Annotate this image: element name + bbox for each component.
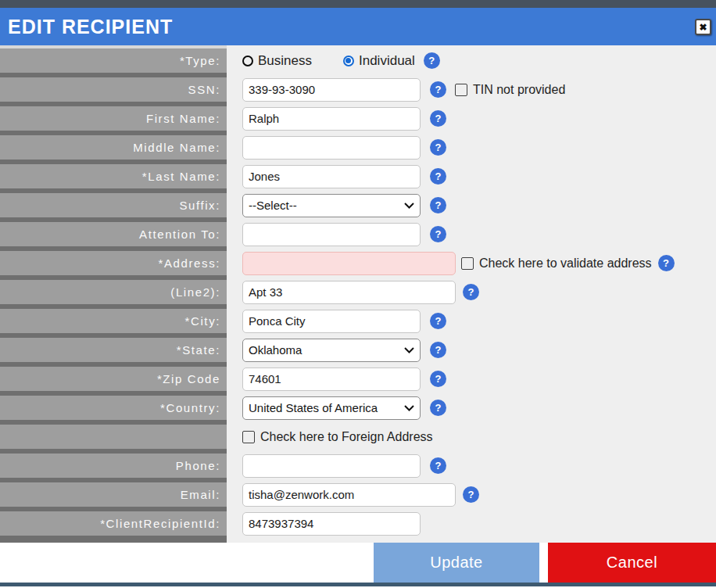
question-mark-icon: ? bbox=[428, 55, 435, 66]
middle-name-input[interactable] bbox=[242, 136, 421, 160]
help-icon[interactable]: ? bbox=[430, 457, 446, 474]
business-radio-label: Business bbox=[258, 53, 312, 69]
help-icon[interactable]: ? bbox=[463, 284, 479, 300]
row-email: Email: ? bbox=[0, 482, 716, 507]
individual-radio[interactable] bbox=[343, 56, 354, 66]
close-button[interactable]: ✖ bbox=[695, 19, 711, 35]
field-label: (Line2): bbox=[0, 280, 227, 304]
question-mark-icon: ? bbox=[435, 402, 442, 414]
field-label: *ClientRecipientId: bbox=[0, 511, 227, 536]
window-bottom-strip bbox=[0, 583, 716, 586]
foreign-address-checkbox[interactable] bbox=[242, 431, 255, 443]
field-label: *Type: bbox=[0, 48, 227, 73]
row-suffix: Suffix: --Select-- ? bbox=[0, 193, 716, 217]
row-address: *Address: Check here to validate address… bbox=[0, 251, 716, 275]
help-icon[interactable]: ? bbox=[430, 313, 446, 329]
field-label: Email: bbox=[0, 482, 227, 507]
edit-recipient-dialog: EDIT RECIPIENT ✖ *Type: Business Individ… bbox=[0, 0, 716, 588]
individual-radio-label: Individual bbox=[359, 53, 415, 69]
line2-input[interactable] bbox=[242, 281, 456, 304]
zip-code-input[interactable] bbox=[242, 368, 421, 391]
business-radio[interactable] bbox=[242, 56, 253, 66]
row-state: *State: Oklahoma ? bbox=[0, 338, 716, 362]
field-label: *City: bbox=[0, 309, 227, 333]
dialog-header: EDIT RECIPIENT ✖ bbox=[0, 8, 716, 45]
tin-not-provided-label: TIN not provided bbox=[473, 83, 565, 97]
field-label bbox=[0, 425, 227, 449]
help-icon[interactable]: ? bbox=[430, 110, 446, 127]
help-icon[interactable]: ? bbox=[430, 81, 446, 98]
validate-address-checkbox[interactable] bbox=[461, 257, 474, 270]
phone-input[interactable] bbox=[242, 454, 421, 478]
help-icon[interactable]: ? bbox=[430, 342, 446, 358]
question-mark-icon: ? bbox=[435, 344, 442, 356]
row-country: *Country: United States of America ? bbox=[0, 396, 716, 420]
field-label: SSN: bbox=[0, 77, 227, 102]
form-body: *Type: Business Individual ? SSN: ? TIN … bbox=[0, 45, 716, 543]
help-icon[interactable]: ? bbox=[430, 226, 446, 242]
question-mark-icon: ? bbox=[435, 113, 442, 124]
question-mark-icon: ? bbox=[435, 142, 442, 153]
header-divider bbox=[0, 45, 227, 48]
suffix-select[interactable]: --Select-- bbox=[242, 194, 421, 217]
question-mark-icon: ? bbox=[468, 286, 474, 298]
row-city: *City: ? bbox=[0, 309, 716, 333]
foreign-address-label: Check here to Foreign Address bbox=[260, 430, 433, 444]
close-icon: ✖ bbox=[699, 22, 707, 33]
help-icon[interactable]: ? bbox=[658, 255, 675, 271]
window-top-strip bbox=[0, 0, 716, 8]
help-icon[interactable]: ? bbox=[463, 486, 479, 503]
question-mark-icon: ? bbox=[435, 315, 442, 327]
attention-to-input[interactable] bbox=[242, 223, 421, 246]
dialog-footer: Update Cancel bbox=[0, 543, 716, 583]
question-mark-icon: ? bbox=[435, 460, 442, 471]
cancel-button[interactable]: Cancel bbox=[548, 543, 716, 583]
field-label: Suffix: bbox=[0, 193, 227, 217]
client-recipient-id-input[interactable] bbox=[242, 512, 421, 536]
row-first-name: First Name: ? bbox=[0, 106, 716, 131]
first-name-input[interactable] bbox=[242, 107, 421, 131]
update-button[interactable]: Update bbox=[374, 543, 539, 583]
question-mark-icon: ? bbox=[435, 84, 442, 95]
field-label: *Zip Code bbox=[0, 367, 227, 391]
row-ssn: SSN: ? TIN not provided bbox=[0, 77, 716, 102]
city-input[interactable] bbox=[242, 310, 421, 333]
dialog-title: EDIT RECIPIENT bbox=[0, 16, 173, 38]
field-label: *State: bbox=[0, 338, 227, 362]
question-mark-icon: ? bbox=[468, 489, 474, 500]
help-icon[interactable]: ? bbox=[430, 168, 446, 185]
question-mark-icon: ? bbox=[435, 228, 442, 240]
row-client-recipient-id: *ClientRecipientId: bbox=[0, 511, 716, 536]
row-zip-code: *Zip Code ? bbox=[0, 367, 716, 391]
validate-address-label: Check here to validate address bbox=[479, 256, 652, 271]
country-select[interactable]: United States of America bbox=[242, 396, 421, 420]
row-attention-to: Attention To: ? bbox=[0, 222, 716, 246]
field-label: *Last Name: bbox=[0, 164, 227, 188]
row-type: *Type: Business Individual ? bbox=[0, 48, 716, 73]
field-label: *Country: bbox=[0, 396, 227, 420]
help-icon[interactable]: ? bbox=[430, 139, 446, 156]
email-input[interactable] bbox=[242, 483, 456, 507]
field-label: Attention To: bbox=[0, 222, 227, 246]
row-foreign-address: Check here to Foreign Address bbox=[0, 425, 716, 449]
help-icon[interactable]: ? bbox=[430, 197, 446, 213]
field-label: *Address: bbox=[0, 251, 227, 275]
field-label: Phone: bbox=[0, 454, 227, 478]
row-phone: Phone: ? bbox=[0, 454, 716, 478]
question-mark-icon: ? bbox=[663, 257, 669, 269]
radio-dot bbox=[345, 58, 351, 63]
state-select[interactable]: Oklahoma bbox=[242, 339, 421, 362]
help-icon[interactable]: ? bbox=[430, 371, 446, 387]
last-name-input[interactable] bbox=[242, 165, 421, 188]
ssn-input[interactable] bbox=[242, 78, 421, 102]
question-mark-icon: ? bbox=[435, 170, 442, 182]
row-line2: (Line2): ? bbox=[0, 280, 716, 304]
help-icon[interactable]: ? bbox=[424, 52, 440, 69]
address-input[interactable] bbox=[242, 252, 456, 275]
tin-not-provided-checkbox[interactable] bbox=[455, 84, 467, 96]
question-mark-icon: ? bbox=[435, 373, 442, 385]
row-last-name: *Last Name: ? bbox=[0, 164, 716, 188]
help-icon[interactable]: ? bbox=[430, 400, 446, 416]
row-middle-name: Middle Name: ? bbox=[0, 135, 716, 160]
question-mark-icon: ? bbox=[435, 199, 442, 211]
